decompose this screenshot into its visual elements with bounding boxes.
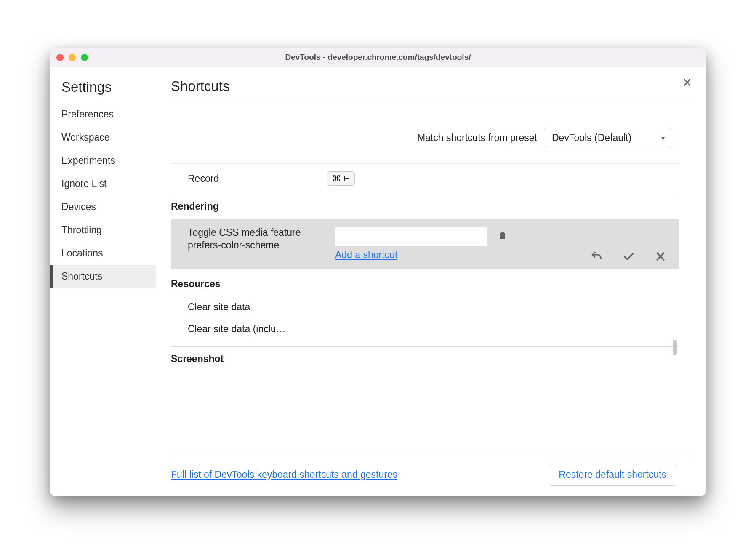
sidebar-item-devices[interactable]: Devices (50, 195, 156, 219)
section-header-screenshot: Screenshot (171, 347, 679, 371)
preset-label: Match shortcuts from preset (417, 132, 537, 144)
shortcut-input[interactable] (335, 227, 487, 246)
cancel-icon[interactable] (654, 250, 667, 263)
add-shortcut-link[interactable]: Add a shortcut (335, 249, 487, 261)
shortcut-key-record: ⌘ E (327, 171, 355, 186)
sidebar-item-throttling[interactable]: Throttling (50, 219, 156, 242)
footer: Full list of DevTools keyboard shortcuts… (171, 455, 691, 496)
trash-icon[interactable] (498, 230, 508, 241)
devtools-settings-window: DevTools - developer.chrome.com/tags/dev… (50, 48, 706, 496)
window-minimize-button[interactable] (69, 54, 76, 61)
sidebar-title: Settings (50, 79, 156, 103)
preset-row: Match shortcuts from preset DevTools (De… (171, 104, 691, 163)
shortcut-row-clear-site-data-incl: Clear site data (inclu… (171, 318, 679, 340)
undo-icon[interactable] (590, 250, 604, 263)
sidebar-item-workspace[interactable]: Workspace (50, 126, 156, 149)
sidebar-item-locations[interactable]: Locations (50, 242, 156, 265)
content: ✕ Settings Preferences Workspace Experim… (50, 67, 706, 496)
sidebar-item-experiments[interactable]: Experiments (50, 149, 156, 172)
sidebar-item-preferences[interactable]: Preferences (50, 103, 156, 126)
restore-defaults-button[interactable]: Restore default shortcuts (549, 464, 676, 486)
shortcut-edit-row: Toggle CSS media feature prefers-color-s… (171, 219, 679, 269)
window-title: DevTools - developer.chrome.com/tags/dev… (50, 53, 706, 62)
main-panel: Shortcuts Match shortcuts from preset De… (156, 67, 706, 496)
edit-actions (590, 250, 667, 263)
window-zoom-button[interactable] (81, 54, 88, 61)
shortcut-row-record: Record ⌘ E (171, 164, 679, 194)
preset-select[interactable]: DevTools (Default) (545, 128, 671, 148)
shortcut-label: Record (188, 173, 327, 184)
shortcut-label: Clear site data (188, 301, 250, 313)
window-close-button[interactable] (56, 54, 64, 61)
page-title: Shortcuts (171, 78, 691, 104)
shortcut-row-clear-site-data: Clear site data (171, 296, 679, 318)
shortcut-label: Clear site data (inclu… (188, 323, 286, 335)
close-icon[interactable]: ✕ (682, 76, 692, 90)
scrollbar-thumb[interactable] (673, 340, 677, 355)
section-header-rendering: Rendering (171, 194, 679, 219)
traffic-lights (56, 54, 88, 61)
sidebar-item-shortcuts[interactable]: Shortcuts (50, 265, 156, 288)
shortcuts-scroll-area: Record ⌘ E Rendering Toggle CSS media fe… (171, 163, 679, 455)
full-list-link[interactable]: Full list of DevTools keyboard shortcuts… (171, 469, 397, 480)
section-header-resources: Resources (171, 269, 679, 296)
confirm-icon[interactable] (622, 250, 636, 263)
sidebar-item-ignore-list[interactable]: Ignore List (50, 172, 156, 195)
titlebar: DevTools - developer.chrome.com/tags/dev… (50, 48, 706, 67)
preset-value: DevTools (Default) (552, 132, 631, 143)
settings-sidebar: Settings Preferences Workspace Experimen… (50, 67, 156, 496)
shortcut-edit-label: Toggle CSS media feature prefers-color-s… (188, 227, 327, 252)
